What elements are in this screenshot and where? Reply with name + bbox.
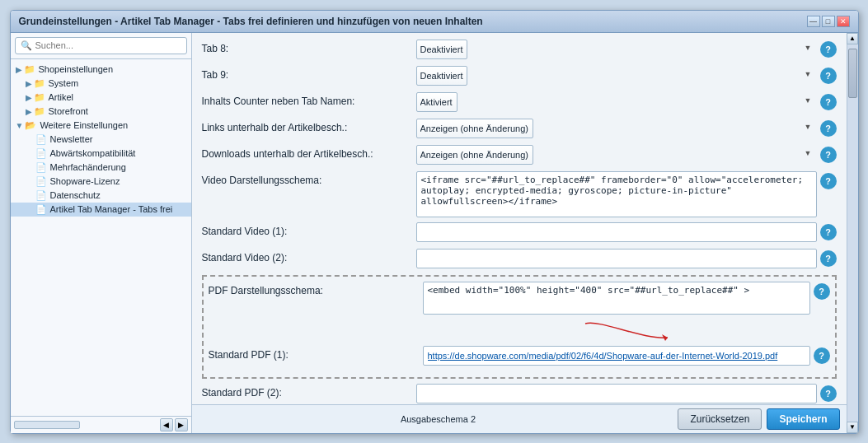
sidebar-label: Abwärtskompatibilität bbox=[50, 148, 136, 158]
reset-button[interactable]: Zurücksetzen bbox=[678, 408, 762, 430]
help-std-video-1[interactable]: ? bbox=[820, 224, 837, 240]
help-std-pdf-2[interactable]: ? bbox=[820, 385, 837, 402]
action-buttons: Zurücksetzen Speichern bbox=[678, 408, 839, 430]
expand-icon: ▶ bbox=[26, 93, 32, 102]
sidebar-label: Shopeinstellungen bbox=[39, 64, 114, 74]
label-pdf-darst: PDF Darstellungsschema: bbox=[209, 282, 423, 296]
form-row-std-video-1: Standard Video (1): ? bbox=[202, 222, 837, 244]
form-row-downloads: Downloads unterhalb der Artikelbesch.: A… bbox=[202, 145, 837, 166]
sidebar-item-abwaerts[interactable]: 📄 Abwärtskompatibilität bbox=[11, 147, 191, 161]
save-button[interactable]: Speichern bbox=[767, 408, 839, 430]
expand-icon: ▼ bbox=[16, 121, 24, 130]
label-std-pdf-2: Standard PDF (2): bbox=[202, 384, 416, 399]
folder-icon: 📂 bbox=[25, 120, 36, 131]
folder-icon: 📁 bbox=[34, 106, 45, 117]
sidebar-item-newsletter[interactable]: 📄 Newsletter bbox=[11, 133, 191, 147]
scroll-right-button[interactable]: ▶ bbox=[175, 418, 188, 431]
help-downloads[interactable]: ? bbox=[820, 147, 837, 163]
form-row-tab8: Tab 8: Deaktiviert ? bbox=[202, 40, 837, 61]
textarea-pdf-darst[interactable]: <embed width="100%" height="400" src="##… bbox=[423, 282, 810, 315]
window-controls: — □ ✕ bbox=[807, 16, 850, 27]
help-std-pdf-1[interactable]: ? bbox=[814, 347, 830, 364]
control-video: <iframe src="##url_to_replace##" framebo… bbox=[416, 171, 837, 217]
label-links: Links unterhalb der Artikelbesch.: bbox=[202, 119, 416, 133]
main-window: Grundeinstellungen - Artikel Tab Manager… bbox=[10, 10, 859, 434]
sidebar-item-datenschutz[interactable]: 📄 Datenschutz bbox=[11, 189, 191, 203]
file-icon: 📄 bbox=[35, 134, 47, 145]
textarea-video[interactable]: <iframe src="##url_to_replace##" framebo… bbox=[416, 171, 817, 217]
folder-icon: 📁 bbox=[34, 78, 45, 89]
sidebar-label: Artikel bbox=[49, 92, 74, 102]
file-icon: 📄 bbox=[35, 148, 47, 159]
sidebar-item-artikel[interactable]: ▶ 📁 Artikel bbox=[11, 91, 191, 105]
scroll-area: Tab 8: Deaktiviert ? Tab 9: bbox=[192, 33, 847, 404]
form-row-std-video-2: Standard Video (2): ? bbox=[202, 249, 837, 270]
select-wrap-tab8: Deaktiviert bbox=[416, 40, 817, 59]
help-inhalts-counter[interactable]: ? bbox=[820, 94, 837, 110]
search-wrap[interactable]: 🔍 bbox=[15, 37, 187, 54]
sidebar-item-shopware-lizenz[interactable]: 📄 Shopware-Lizenz bbox=[11, 175, 191, 189]
file-icon: 📄 bbox=[35, 162, 47, 173]
close-button[interactable]: ✕ bbox=[837, 16, 850, 27]
help-video[interactable]: ? bbox=[820, 173, 837, 189]
folder-icon: 📁 bbox=[24, 64, 35, 75]
select-downloads[interactable]: Anzeigen (ohne Änderung) bbox=[416, 145, 533, 165]
input-std-video-2[interactable] bbox=[416, 249, 817, 268]
help-pdf-darst[interactable]: ? bbox=[814, 283, 830, 300]
select-links[interactable]: Anzeigen (ohne Änderung) bbox=[416, 119, 533, 138]
form-row-video: Video Darstellungsschema: <iframe src="#… bbox=[202, 171, 837, 217]
sidebar-item-shopeinstellungen[interactable]: ▶ 📁 Shopeinstellungen bbox=[11, 63, 191, 77]
select-tab8[interactable]: Deaktiviert bbox=[416, 40, 467, 59]
form-row-std-pdf-1: Standard PDF (1): ? bbox=[209, 346, 830, 367]
form-row-pdf-darst: PDF Darstellungsschema: <embed width="10… bbox=[209, 282, 830, 315]
help-tab9[interactable]: ? bbox=[820, 68, 837, 84]
select-wrap-links: Anzeigen (ohne Änderung) bbox=[416, 119, 817, 138]
file-icon: 📄 bbox=[35, 176, 47, 187]
label-downloads: Downloads unterhalb der Artikelbesch.: bbox=[202, 145, 416, 160]
select-wrap-inhalts: Aktiviert bbox=[416, 92, 817, 112]
sidebar-item-mehrfach[interactable]: 📄 Mehrfachänderung bbox=[11, 161, 191, 175]
scroll-thumb[interactable] bbox=[848, 49, 857, 98]
sidebar-label: Storefront bbox=[49, 106, 88, 116]
expand-icon: ▶ bbox=[26, 79, 32, 88]
maximize-button[interactable]: □ bbox=[822, 16, 835, 27]
select-tab9[interactable]: Deaktiviert bbox=[416, 66, 467, 86]
scroll-down-button[interactable]: ▼ bbox=[847, 422, 858, 433]
input-std-video-1[interactable] bbox=[416, 222, 817, 242]
sidebar-arrows: ◀ ▶ bbox=[160, 418, 188, 431]
help-links[interactable]: ? bbox=[820, 120, 837, 137]
sidebar-item-storefront[interactable]: ▶ 📁 Storefront bbox=[11, 105, 191, 119]
form-row-links: Links unterhalb der Artikelbesch.: Anzei… bbox=[202, 119, 837, 140]
select-inhalts-counter[interactable]: Aktiviert bbox=[416, 92, 457, 112]
input-std-pdf-2[interactable] bbox=[416, 384, 817, 403]
input-std-pdf-1[interactable] bbox=[423, 346, 810, 366]
minimize-button[interactable]: — bbox=[807, 16, 820, 27]
folder-icon: 📁 bbox=[34, 92, 45, 103]
scroll-left-button[interactable]: ◀ bbox=[160, 418, 173, 431]
schema-section: Ausgabeschema 2 bbox=[199, 414, 678, 424]
sidebar-bottom: ◀ ▶ bbox=[11, 416, 191, 433]
control-links: Anzeigen (ohne Änderung) ? bbox=[416, 119, 837, 138]
control-downloads: Anzeigen (ohne Änderung) ? bbox=[416, 145, 837, 165]
content-area: 🔍 ▶ 📁 Shopeinstellungen ▶ 📁 System ▶ bbox=[11, 33, 858, 433]
control-std-video-1: ? bbox=[416, 222, 837, 242]
main-right: Tab 8: Deaktiviert ? Tab 9: bbox=[192, 33, 858, 433]
scroll-up-button[interactable]: ▲ bbox=[847, 33, 858, 44]
file-icon: 📄 bbox=[35, 190, 47, 201]
control-std-pdf-1: ? bbox=[423, 346, 830, 366]
form-row-tab9: Tab 9: Deaktiviert ? bbox=[202, 66, 837, 87]
search-bar: 🔍 bbox=[11, 33, 191, 59]
label-video: Video Darstellungsschema: bbox=[202, 171, 416, 186]
search-input[interactable] bbox=[35, 40, 181, 50]
sidebar-item-system[interactable]: ▶ 📁 System bbox=[11, 77, 191, 91]
expand-icon: ▶ bbox=[26, 107, 32, 116]
help-tab8[interactable]: ? bbox=[820, 41, 837, 58]
scroll-track[interactable] bbox=[847, 44, 858, 422]
sidebar-label: System bbox=[49, 78, 79, 88]
help-std-video-2[interactable]: ? bbox=[820, 250, 837, 267]
expand-icon: ▶ bbox=[16, 65, 22, 74]
sidebar-item-weitere[interactable]: ▼ 📂 Weitere Einstellungen bbox=[11, 119, 191, 133]
sidebar-label: Mehrfachänderung bbox=[50, 162, 126, 172]
control-tab8: Deaktiviert ? bbox=[416, 40, 837, 59]
sidebar-item-artikel-tab[interactable]: 📄 Artikel Tab Manager - Tabs frei bbox=[11, 203, 191, 217]
